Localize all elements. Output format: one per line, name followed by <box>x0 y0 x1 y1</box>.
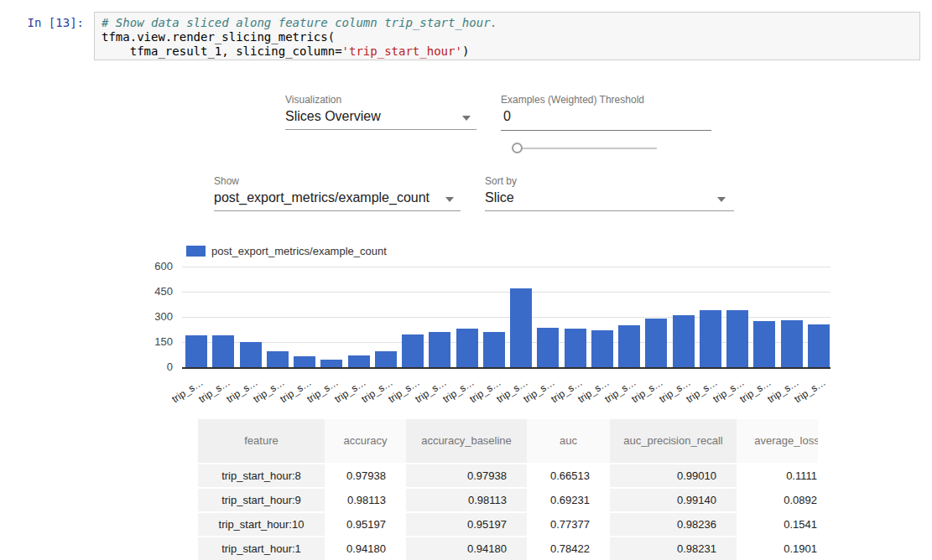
threshold-slider-knob[interactable] <box>512 143 523 153</box>
bar[interactable] <box>240 342 262 367</box>
notebook-output-page: In [13]: # Show data sliced along featur… <box>0 0 932 560</box>
metric-cell: 0.95197 <box>325 513 406 536</box>
bar[interactable] <box>456 329 478 367</box>
y-axis-tick-label: 0 <box>134 360 173 373</box>
table-header-cell[interactable]: feature <box>198 419 325 463</box>
visualization-label: Visualization <box>285 94 341 106</box>
metric-cell: 0.98113 <box>406 489 527 511</box>
bar[interactable] <box>537 328 559 367</box>
y-axis-tick-label: 450 <box>134 285 173 298</box>
feature-cell: trip_start_hour:10 <box>198 513 325 536</box>
chevron-down-icon[interactable] <box>462 116 471 121</box>
table-header-cell[interactable]: accuracy_baseline <box>406 419 527 463</box>
legend-label: post_export_metrics/example_count <box>211 245 387 257</box>
bar[interactable] <box>673 315 695 367</box>
visualization-select[interactable]: Slices Overview <box>285 109 381 124</box>
chevron-down-icon[interactable] <box>445 197 454 202</box>
bar[interactable] <box>591 330 613 367</box>
bar[interactable] <box>700 310 721 367</box>
table-row[interactable]: trip_start_hour:90.981130.981130.692310.… <box>198 489 818 511</box>
y-axis-tick-label: 600 <box>134 260 173 272</box>
code-line-2: tfma.view.render_slicing_metrics( <box>102 30 913 44</box>
bar[interactable] <box>267 351 289 367</box>
metric-cell: 0.98231 <box>610 537 737 560</box>
table-row[interactable]: trip_start_hour:100.951970.951970.773770… <box>198 513 818 536</box>
metric-cell: 0.1901 <box>737 537 818 560</box>
bar[interactable] <box>320 360 342 367</box>
sort-by-select[interactable]: Slice <box>485 190 514 205</box>
threshold-input[interactable]: 0 <box>503 109 511 124</box>
code-comment-line: # Show data sliced along feature column … <box>102 16 913 30</box>
table-header-cell[interactable]: accuracy <box>325 419 406 463</box>
code-line-3: tfma_result_1, slicing_column='trip_star… <box>102 44 913 59</box>
table-row[interactable]: trip_start_hour:10.941800.941800.784220.… <box>198 537 818 560</box>
show-underline <box>214 210 461 211</box>
y-axis-tick-label: 150 <box>134 335 173 348</box>
metric-cell: 0.97938 <box>406 464 527 487</box>
bar[interactable] <box>726 310 748 367</box>
metric-cell: 0.94180 <box>325 537 406 560</box>
table-header-cell[interactable]: average_loss <box>737 419 818 463</box>
metric-cell: 0.99010 <box>610 464 737 487</box>
bar[interactable] <box>429 332 450 367</box>
bar[interactable] <box>753 321 775 367</box>
bar[interactable] <box>294 356 315 367</box>
bar[interactable] <box>185 335 207 367</box>
bar[interactable] <box>375 351 397 367</box>
bar[interactable] <box>402 334 424 367</box>
table-header-cell[interactable]: auc <box>527 419 610 463</box>
metric-cell: 0.94180 <box>406 537 527 560</box>
visualization-underline <box>285 129 476 130</box>
feature-cell: trip_start_hour:8 <box>198 464 325 487</box>
sort-underline <box>485 210 734 211</box>
threshold-label: Examples (Weighted) Threshold <box>501 94 644 106</box>
code-cell[interactable]: # Show data sliced along feature column … <box>94 12 920 60</box>
metric-cell: 0.0892 <box>737 489 818 511</box>
bar[interactable] <box>348 355 370 367</box>
legend-swatch <box>186 246 206 257</box>
bar[interactable] <box>808 324 830 367</box>
metric-cell: 0.98236 <box>610 513 737 536</box>
metric-cell: 0.1111 <box>737 464 818 487</box>
metric-cell: 0.78422 <box>527 537 610 560</box>
bar[interactable] <box>483 332 505 367</box>
table-row[interactable]: trip_start_hour:80.979380.979380.665130.… <box>198 464 818 487</box>
metrics-table: featureaccuracyaccuracy_baselineaucauc_p… <box>198 419 818 560</box>
bar[interactable] <box>565 329 586 367</box>
feature-cell: trip_start_hour:9 <box>198 489 325 511</box>
metric-cell: 0.66513 <box>527 464 610 487</box>
gridline <box>182 267 830 267</box>
metric-cell: 0.77377 <box>527 513 610 536</box>
feature-cell: trip_start_hour:1 <box>198 537 325 560</box>
table-header-cell[interactable]: auc_precision_recall <box>610 419 737 463</box>
bar[interactable] <box>510 288 532 367</box>
show-label: Show <box>214 175 239 187</box>
metric-cell: 0.99140 <box>610 489 737 511</box>
threshold-underline <box>501 130 711 131</box>
bar[interactable] <box>781 320 803 367</box>
bar[interactable] <box>645 319 667 367</box>
metric-cell: 0.69231 <box>527 489 610 511</box>
cell-prompt: In [13]: <box>15 16 84 30</box>
metric-cell: 0.1541 <box>737 513 818 536</box>
y-axis-tick-label: 300 <box>134 310 173 323</box>
gridline <box>182 292 830 293</box>
table-header-row: featureaccuracyaccuracy_baselineaucauc_p… <box>198 419 818 463</box>
metric-cell: 0.95197 <box>406 513 527 536</box>
threshold-slider-track[interactable] <box>513 148 657 149</box>
chevron-down-icon[interactable] <box>717 197 726 202</box>
sort-by-label: Sort by <box>485 175 517 187</box>
x-axis-line <box>182 367 830 369</box>
metric-cell: 0.98113 <box>325 489 406 511</box>
bar[interactable] <box>212 335 234 367</box>
show-metric-select[interactable]: post_export_metrics/example_count <box>214 190 430 205</box>
bar[interactable] <box>618 325 640 367</box>
metric-cell: 0.97938 <box>325 464 406 487</box>
